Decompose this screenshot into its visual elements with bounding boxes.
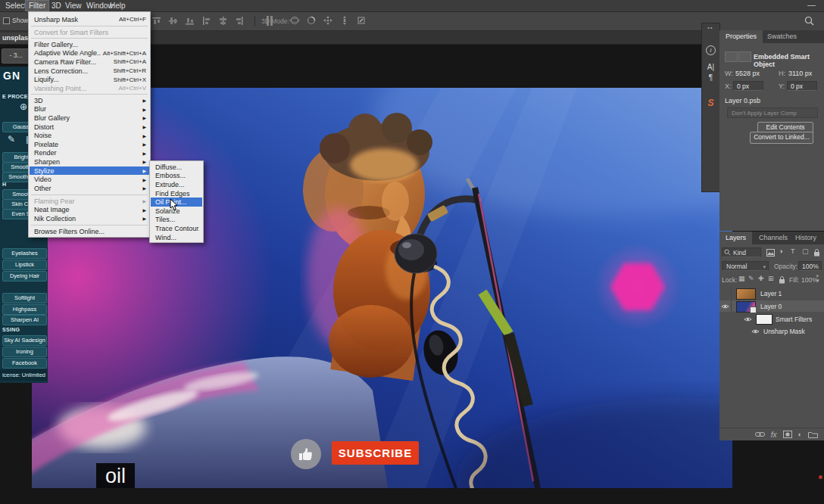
menu-help[interactable]: Help (107, 1, 129, 11)
menu-item-browse-filters-online[interactable]: Browse Filters Online... (30, 227, 149, 236)
menu-item-nik-collection[interactable]: Nik Collection▶ (30, 214, 149, 223)
visibility-toggle[interactable] (750, 325, 761, 337)
y-input[interactable]: 0 px (787, 81, 817, 91)
menu-item-other[interactable]: Other▶ (30, 184, 149, 193)
character-panel-icon[interactable]: A| (702, 63, 719, 71)
align-vcenter-icon[interactable] (168, 16, 178, 26)
menu-item-unsharp-mask[interactable]: Unsharp MaskAlt+Ctrl+F (30, 15, 149, 24)
filter-mask-thumbnail[interactable] (756, 314, 772, 325)
pan-icon[interactable] (323, 15, 333, 26)
opacity-input[interactable]: 100%▾ (798, 261, 822, 271)
layer-row-1[interactable]: Layer 1 (719, 288, 824, 299)
visibility-toggle[interactable] (719, 300, 732, 312)
filter-smart-object-lock-icon[interactable] (813, 248, 820, 257)
blend-mode-dropdown[interactable]: Normal▾ (722, 261, 769, 271)
layer-comp-dropdown[interactable]: Don't Apply Layer Comp (727, 107, 818, 118)
filter-type-icon[interactable]: T (791, 247, 795, 255)
menu-item-adaptive-wide-angle[interactable]: Adaptive Wide Angle...Alt+Shift+Ctrl+A (30, 49, 149, 58)
lock-transparency-icon[interactable]: ▦ (738, 275, 745, 282)
blend-icon[interactable]: ⊕ (20, 101, 27, 112)
menu-item-camera-raw[interactable]: Camera Raw Filter...Shift+Ctrl+A (30, 58, 149, 67)
menu-view[interactable]: View (62, 1, 85, 11)
sidebar-item-ironing[interactable]: Ironing (2, 347, 47, 357)
subscribe-button[interactable]: SUBSCRIBE (332, 441, 419, 465)
like-badge[interactable] (291, 439, 321, 469)
filter-shape-icon[interactable]: ▢ (802, 247, 809, 255)
menu-item-video[interactable]: Video▶ (30, 175, 149, 184)
sidebar-item-sky-ai[interactable]: Sky AI Sadesign (2, 335, 47, 346)
smart-filters-row[interactable]: Smart Filters (719, 313, 824, 325)
sidebar-item-softlight[interactable]: Softlight (2, 293, 47, 303)
menu-item-lens-correction[interactable]: Lens Correction...Shift+Ctrl+R (30, 67, 149, 76)
link-layers-icon[interactable] (755, 431, 765, 437)
visibility-toggle[interactable] (742, 313, 754, 325)
roll-icon[interactable] (306, 15, 317, 26)
distribute-left-icon[interactable] (201, 16, 211, 26)
menu-item-noise[interactable]: Noise▶ (30, 131, 149, 140)
orbit-icon[interactable] (289, 15, 300, 26)
sidebar-item-eyelashes[interactable]: Eyelashes (2, 248, 47, 259)
submenu-item-wind[interactable]: Wind... (151, 233, 202, 242)
search-icon[interactable] (804, 15, 814, 29)
unsharp-mask-row[interactable]: Unsharp Mask (719, 325, 824, 337)
tab-swatches[interactable]: Swatches (761, 30, 803, 43)
brush-icon[interactable]: ✎ (8, 134, 15, 145)
submenu-item-tiles[interactable]: Tiles... (151, 216, 202, 225)
distribute-center-icon[interactable] (218, 16, 228, 26)
menu-item-blur-gallery[interactable]: Blur Gallery▶ (30, 114, 149, 123)
dock-grip[interactable]: •• (707, 24, 713, 31)
filter-adjustment-icon[interactable]: ◑ (779, 247, 782, 255)
menu-item-filter-gallery[interactable]: Filter Gallery... (30, 40, 149, 49)
lock-position-icon[interactable]: ✚ (758, 275, 764, 282)
scale-icon[interactable] (356, 15, 367, 26)
distribute-right-icon[interactable] (235, 16, 245, 26)
layer-style-icon[interactable]: fx (771, 431, 777, 439)
submenu-item-emboss[interactable]: Emboss... (151, 172, 202, 181)
plugin-panel-icon[interactable]: S (702, 98, 719, 108)
align-top-icon[interactable] (151, 16, 161, 26)
minimize-button[interactable]: — (807, 0, 816, 9)
sidebar-item-lipstick[interactable]: Lipstick (2, 260, 47, 270)
menu-item-3d[interactable]: 3D▶ (30, 96, 149, 105)
lock-image-icon[interactable]: ✎ (748, 275, 754, 282)
menu-item-distort[interactable]: Distort▶ (30, 123, 149, 132)
show-transform-checkbox[interactable] (3, 17, 10, 24)
menu-item-stylize[interactable]: Stylize▶ (30, 166, 149, 176)
adjustment-layer-icon[interactable]: ◐ (798, 431, 802, 438)
convert-to-linked-button[interactable]: Convert to Linked... (750, 132, 813, 144)
submenu-item-extrude[interactable]: Extrude... (151, 180, 202, 189)
new-group-icon[interactable] (808, 431, 818, 438)
menu-item-liquify[interactable]: Liquify...Shift+Ctrl+X (30, 75, 149, 84)
sidebar-item-sharpen-ai[interactable]: Sharpen AI (2, 315, 47, 325)
menu-item-render[interactable]: Render▶ (30, 149, 149, 158)
paragraph-panel-icon[interactable]: ¶ (702, 73, 719, 82)
filter-image-icon[interactable] (766, 249, 775, 257)
menu-item-blur[interactable]: Blur▶ (30, 105, 149, 114)
submenu-item-find-edges[interactable]: Find Edges (151, 189, 202, 198)
info-panel-icon[interactable]: i (702, 42, 719, 55)
menu-item-neat-image[interactable]: Neat Image▶ (30, 206, 149, 215)
tab-channels[interactable]: Channels (753, 232, 794, 244)
width-value: 5528 px (735, 70, 760, 77)
sidebar-item-facebook[interactable]: Facebook (2, 358, 47, 369)
submenu-item-trace-contour[interactable]: Trace Contour... (151, 224, 202, 233)
menu-item-pixelate[interactable]: Pixelate▶ (30, 140, 149, 149)
menu-item-sharpen[interactable]: Sharpen▶ (30, 157, 149, 166)
layer-thumbnail[interactable] (736, 288, 756, 300)
add-mask-icon[interactable] (783, 431, 792, 438)
tab-history[interactable]: History (789, 232, 822, 244)
visibility-toggle[interactable] (719, 288, 732, 299)
x-input[interactable]: 0 px (733, 81, 763, 91)
lock-all-icon[interactable] (779, 275, 785, 284)
sidebar-item-dyeing-hair[interactable]: Dyeing Hair (2, 271, 47, 282)
tab-properties[interactable]: Properties (719, 30, 763, 43)
slide-icon[interactable] (339, 15, 350, 26)
lock-artboard-icon[interactable]: ⊞ (768, 275, 774, 282)
zoom-level-chip[interactable]: - 3... (2, 48, 30, 64)
tab-layers[interactable]: Layers (719, 232, 752, 244)
menu-filter[interactable]: Filter (25, 0, 49, 11)
sidebar-item-highpass[interactable]: Highpass (2, 304, 47, 315)
layer-row-0[interactable]: Layer 0 (719, 300, 824, 312)
align-bottom-icon[interactable] (185, 16, 195, 26)
submenu-item-diffuse[interactable]: Diffuse... (151, 163, 202, 172)
